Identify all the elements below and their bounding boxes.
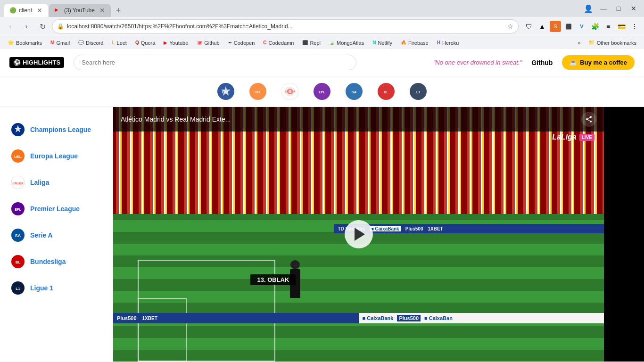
- video-title: Atlético Madrid vs Real Madrid Exte...: [121, 115, 231, 123]
- bookmark-firebase[interactable]: 🔥 Firebase: [397, 39, 432, 47]
- sidebar-ll-label: Laliga: [30, 179, 49, 186]
- sidebar-l1-icon: L1: [11, 281, 25, 295]
- repl-favicon: ⬛: [302, 40, 308, 45]
- site-header: ⚽ HIGHLIGHTS "No one ever drowned in swe…: [0, 49, 644, 76]
- address-bar[interactable]: [67, 23, 504, 30]
- nav-serie-a[interactable]: SA: [344, 81, 364, 102]
- codepen-label: Codepen: [234, 40, 255, 46]
- nav-laliga[interactable]: LaLiga: [280, 81, 300, 102]
- other-bookmarks[interactable]: 📁 Other bookmarks: [585, 39, 640, 47]
- sidebar-item-serie-a[interactable]: SA Serie A: [0, 222, 113, 248]
- tab-client[interactable]: 🟢 client ✕: [4, 4, 48, 17]
- video-background: Plus500 1XBET ■ CaixaBank Plus500 ■ Caix…: [113, 107, 604, 362]
- close-button[interactable]: ✕: [627, 2, 640, 15]
- sidebar-item-europa-league[interactable]: UEL Europa League: [0, 143, 113, 169]
- nav-premier-league[interactable]: EPL: [312, 81, 332, 102]
- ext-shield[interactable]: 🛡: [523, 21, 535, 32]
- new-tab-button[interactable]: +: [112, 4, 125, 17]
- sidebar-cl-icon: [11, 123, 25, 136]
- nav-champions-league[interactable]: UCL: [215, 81, 236, 102]
- bookmark-quora[interactable]: Q Quora: [132, 39, 159, 47]
- sidebar-sa-icon: SA: [11, 229, 25, 242]
- firebase-label: Firebase: [408, 40, 429, 46]
- bookmark-mongoatlas[interactable]: 🍃 MongoAtlas: [325, 39, 368, 47]
- svg-text:LaLiga: LaLiga: [13, 181, 24, 185]
- minimize-button[interactable]: —: [597, 2, 610, 15]
- profile-icon[interactable]: 👤: [582, 2, 595, 15]
- back-button[interactable]: ‹: [4, 20, 17, 33]
- tab-youtube-close[interactable]: ✕: [99, 7, 105, 14]
- video-frame[interactable]: Plus500 1XBET ■ CaixaBank Plus500 ■ Caix…: [113, 107, 604, 362]
- ad-banner-top: TD Systems ■ CaixaBank Plus500 1XBET: [334, 224, 604, 233]
- github-label: Github: [204, 40, 219, 46]
- site-logo: ⚽ HIGHLIGHTS: [9, 57, 64, 68]
- discord-favicon: 💬: [78, 40, 84, 45]
- nav-ligue-1[interactable]: L1: [408, 81, 429, 102]
- star-icon[interactable]: ☆: [507, 23, 513, 30]
- bookmark-codedamn[interactable]: C Codedamn: [259, 39, 297, 47]
- app-container: ⚽ HIGHLIGHTS "No one ever drowned in swe…: [0, 49, 644, 362]
- bookmarks-favicon: ⭐: [8, 40, 14, 46]
- ext-s[interactable]: S: [550, 21, 561, 32]
- sidebar-item-bundesliga[interactable]: BL Bundesliga: [0, 248, 113, 275]
- ext-triangle[interactable]: ▲: [537, 21, 548, 32]
- sidebar: Champions League UEL Europa League LaLig…: [0, 107, 113, 362]
- ext-menu[interactable]: ⋮: [629, 21, 640, 32]
- sidebar-ll-icon: LaLiga: [11, 176, 25, 189]
- ext-card[interactable]: 💳: [616, 21, 627, 32]
- play-button[interactable]: [345, 220, 373, 248]
- sidebar-item-laliga[interactable]: LaLiga Laliga: [0, 169, 113, 196]
- tab-youtube-title: (3) YouTube: [64, 7, 95, 14]
- quora-favicon: Q: [135, 40, 139, 45]
- tab-youtube[interactable]: ▶ (3) YouTube ✕: [49, 4, 111, 17]
- reload-button[interactable]: ↻: [36, 20, 49, 33]
- nav-europa-league[interactable]: UEL: [248, 81, 268, 102]
- bookmark-github[interactable]: 🐙 Github: [193, 39, 223, 47]
- address-bar-container[interactable]: 🔒 ☆: [52, 19, 519, 33]
- bookmark-bookmarks[interactable]: ⭐ Bookmarks: [4, 39, 46, 47]
- mongo-label: MongoAtlas: [337, 40, 364, 46]
- github-link[interactable]: Github: [531, 59, 553, 66]
- bundesliga-icon: BL: [378, 83, 395, 100]
- bookmark-repl[interactable]: ⬛ Repl: [298, 39, 324, 47]
- ext-bars[interactable]: ≡: [603, 21, 614, 32]
- bookmark-netlify[interactable]: N Netlify: [369, 39, 396, 47]
- sidebar-item-premier-league[interactable]: EPL Premier League: [0, 196, 113, 222]
- sidebar-pl-icon: EPL: [11, 202, 25, 215]
- search-bar: [74, 55, 356, 70]
- svg-text:EPL: EPL: [319, 90, 325, 94]
- bookmark-codepen[interactable]: ✒ Codepen: [224, 39, 259, 47]
- maximize-button[interactable]: □: [612, 2, 625, 15]
- logo-image[interactable]: ⚽ HIGHLIGHTS: [9, 57, 64, 68]
- champions-league-icon: UCL: [217, 83, 234, 100]
- mongo-favicon: 🍃: [329, 40, 335, 45]
- bookmark-leet[interactable]: L Leet: [108, 39, 131, 47]
- tab-client-close[interactable]: ✕: [37, 7, 42, 14]
- sidebar-item-ligue-1[interactable]: L1 Ligue 1: [0, 275, 113, 301]
- svg-text:LaLiga: LaLiga: [285, 90, 296, 93]
- sidebar-el-icon: UEL: [11, 149, 25, 163]
- buy-coffee-button[interactable]: ☕ Buy me a coffee: [562, 55, 635, 70]
- svg-text:SA: SA: [15, 233, 21, 238]
- sidebar-bl-icon: BL: [11, 255, 25, 268]
- bookmarks-more[interactable]: »: [575, 39, 584, 47]
- nav-bundesliga[interactable]: BL: [376, 81, 396, 102]
- europa-league-icon: UEL: [249, 83, 266, 100]
- bookmark-heroku[interactable]: H Heroku: [433, 39, 463, 47]
- forward-button[interactable]: ›: [20, 20, 33, 33]
- bookmark-youtube[interactable]: ▶ Youtube: [160, 39, 192, 47]
- ext-rec[interactable]: ⬛: [563, 21, 574, 32]
- discord-label: Discord: [86, 40, 103, 46]
- browser-toolbar: ‹ › ↻ 🔒 ☆ 🛡 ▲ S ⬛ V 🧩 ≡ 💳 ⋮: [0, 17, 644, 36]
- search-input[interactable]: [74, 55, 356, 70]
- bookmark-gmail[interactable]: M Gmail: [47, 39, 74, 47]
- other-bookmarks-label: Other bookmarks: [597, 40, 636, 46]
- ext-vitesse[interactable]: V: [576, 21, 587, 32]
- ext-puzzle[interactable]: 🧩: [589, 21, 601, 32]
- sidebar-item-champions-league[interactable]: Champions League: [0, 116, 113, 143]
- codedamn-label: Codedamn: [269, 40, 294, 46]
- bookmark-discord[interactable]: 💬 Discord: [74, 39, 107, 47]
- svg-text:UEL: UEL: [255, 90, 262, 94]
- video-title-bar: Atlético Madrid vs Real Madrid Exte...: [113, 107, 604, 132]
- share-button[interactable]: [581, 112, 596, 127]
